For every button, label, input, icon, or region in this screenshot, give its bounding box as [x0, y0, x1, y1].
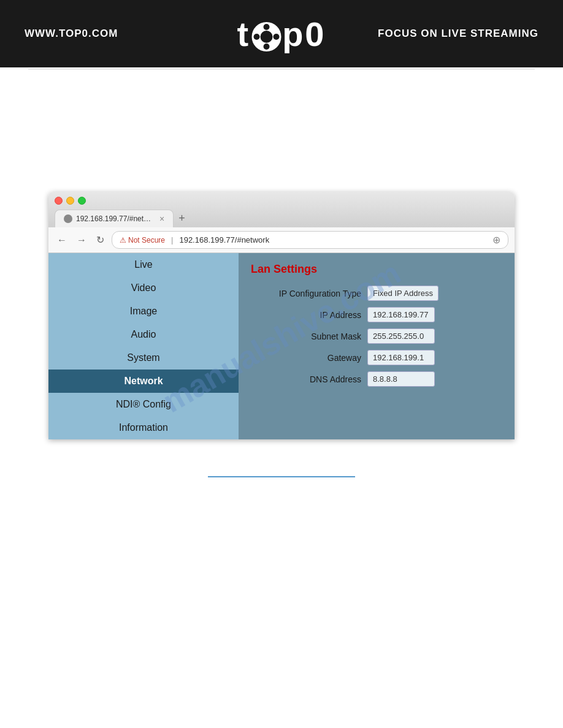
logo-icon	[251, 22, 281, 51]
field-dns-address: DNS Address 8.8.8.8	[251, 371, 502, 387]
address-bar: ← → ↻ ⚠ Not Secure | 192.168.199.77/#net…	[48, 227, 515, 253]
logo-container: t p0	[237, 14, 326, 54]
browser-chrome: 192.168.199.77/#network × +	[48, 192, 515, 227]
logo-text: t p0	[237, 14, 326, 54]
input-dns-address[interactable]: 8.8.8.8	[367, 371, 435, 387]
sidebar-item-image[interactable]: Image	[48, 300, 239, 323]
field-ip-address: IP Address 192.168.199.77	[251, 307, 502, 322]
sidebar-item-ndi-config[interactable]: NDI® Config	[48, 393, 239, 416]
address-field[interactable]: ⚠ Not Secure | 192.168.199.77/#network ⊕	[112, 231, 508, 249]
sidebar-item-live[interactable]: Live	[48, 253, 239, 276]
input-ip-address[interactable]: 192.168.199.77	[367, 307, 435, 322]
browser-area: 192.168.199.77/#network × + ← → ↻ ⚠ Not …	[0, 106, 563, 439]
field-ip-config-type: IP Configuration Type Fixed IP Address	[251, 286, 502, 301]
forward-button[interactable]: →	[74, 233, 89, 247]
header-divider	[28, 69, 535, 69]
tagline: FOCUS ON LIVE STREAMING	[378, 28, 538, 40]
label-gateway: Gateway	[251, 353, 361, 363]
sidebar-item-video[interactable]: Video	[48, 276, 239, 300]
maximize-button[interactable]	[78, 197, 86, 205]
sidebar-item-network[interactable]: Network	[48, 370, 239, 393]
refresh-button[interactable]: ↻	[94, 233, 107, 247]
input-gateway[interactable]: 192.168.199.1	[367, 350, 435, 365]
website-url: WWW.TOP0.COM	[25, 28, 118, 40]
field-subnet-mask: Subnet Mask 255.255.255.0	[251, 328, 502, 344]
main-panel: Lan Settings IP Configuration Type Fixed…	[239, 253, 515, 439]
sidebar-item-system[interactable]: System	[48, 346, 239, 370]
sidebar-item-audio[interactable]: Audio	[48, 323, 239, 346]
sidebar-item-information[interactable]: Information	[48, 416, 239, 439]
label-ip-config-type: IP Configuration Type	[251, 289, 361, 298]
label-dns-address: DNS Address	[251, 374, 361, 384]
tab-label: 192.168.199.77/#network	[76, 214, 156, 223]
not-secure-indicator: ⚠ Not Secure	[120, 236, 165, 245]
sidebar: Live Video Image Audio System Network	[48, 253, 239, 439]
label-ip-address: IP Address	[251, 310, 361, 320]
app-container: Live Video Image Audio System Network	[48, 253, 515, 439]
not-secure-label: Not Secure	[128, 236, 165, 245]
address-separator: |	[171, 235, 173, 245]
bottom-divider	[208, 476, 355, 477]
close-button[interactable]	[55, 197, 63, 205]
section-title: Lan Settings	[251, 263, 502, 276]
address-extra-icon: ⊕	[492, 234, 500, 246]
browser-window: 192.168.199.77/#network × + ← → ↻ ⚠ Not …	[48, 192, 515, 439]
browser-tabs: 192.168.199.77/#network × +	[55, 210, 508, 227]
label-subnet-mask: Subnet Mask	[251, 332, 361, 341]
traffic-lights	[55, 197, 508, 205]
field-gateway: Gateway 192.168.199.1	[251, 350, 502, 365]
new-tab-button[interactable]: +	[174, 210, 190, 227]
active-tab[interactable]: 192.168.199.77/#network ×	[55, 210, 174, 227]
minimize-button[interactable]	[66, 197, 74, 205]
input-ip-config-type[interactable]: Fixed IP Address	[367, 286, 439, 301]
header: WWW.TOP0.COM t p0 FOCUS ON LIVE STREAMIN…	[0, 0, 563, 67]
input-subnet-mask[interactable]: 255.255.255.0	[367, 328, 435, 344]
back-button[interactable]: ←	[55, 233, 69, 247]
tab-favicon	[64, 214, 72, 223]
warning-icon: ⚠	[120, 236, 126, 245]
address-url: 192.168.199.77/#network	[179, 235, 269, 245]
tab-close-icon[interactable]: ×	[159, 214, 164, 224]
